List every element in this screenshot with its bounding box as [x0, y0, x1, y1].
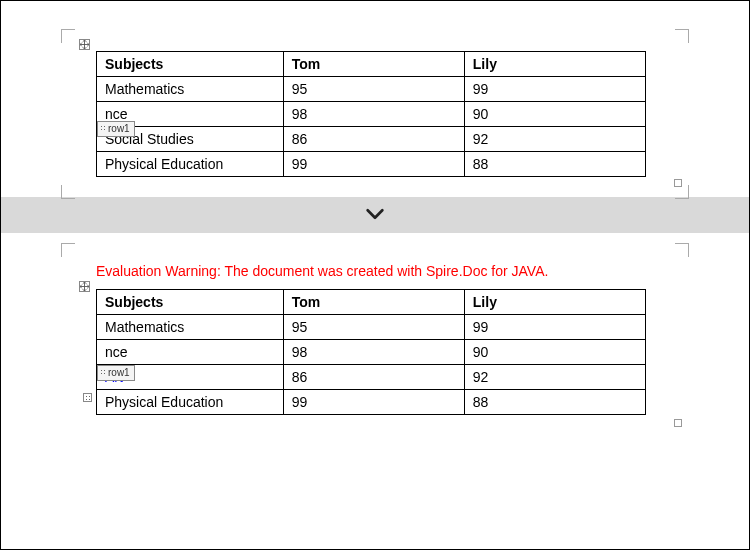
row-bookmark-tag[interactable]: row1	[97, 365, 135, 381]
table-cell[interactable]: 98	[283, 340, 464, 365]
table-cell[interactable]: 86	[283, 127, 464, 152]
table-cell[interactable]: nce	[97, 340, 284, 365]
table-cell[interactable]: 99	[464, 77, 645, 102]
header-tom: Tom	[283, 290, 464, 315]
page-bottom-section: Evaluation Warning: The document was cre…	[1, 233, 749, 435]
table-cell[interactable]: 99	[464, 315, 645, 340]
header-lily: Lily	[464, 290, 645, 315]
table-resize-handle[interactable]	[674, 179, 682, 187]
header-tom: Tom	[283, 52, 464, 77]
table-row[interactable]: Mathematics9599	[97, 77, 646, 102]
page-corner-mark	[675, 185, 689, 199]
table-cell[interactable]: 99	[283, 390, 464, 415]
table-cell[interactable]: 95	[283, 315, 464, 340]
page-corner-mark	[61, 185, 75, 199]
page-corner-mark	[61, 243, 75, 257]
table-cell[interactable]: Physical Education	[97, 390, 284, 415]
chevron-down-icon	[364, 203, 386, 228]
table-row[interactable]: nce9890	[97, 102, 646, 127]
table-cell[interactable]: 88	[464, 152, 645, 177]
table-cell[interactable]: 88	[464, 390, 645, 415]
page-top-section: Subjects Tom Lily Mathematics9599nce9890…	[1, 1, 749, 197]
table-cell[interactable]: 95	[283, 77, 464, 102]
table-cell[interactable]: Physical Education	[97, 152, 284, 177]
header-subjects: Subjects	[97, 290, 284, 315]
page-corner-mark	[675, 29, 689, 43]
table-resize-handle[interactable]	[674, 419, 682, 427]
table-cell[interactable]: Mathematics	[97, 77, 284, 102]
table-cell[interactable]: 90	[464, 340, 645, 365]
table-cell[interactable]: 90	[464, 102, 645, 127]
page-collapse-divider[interactable]	[1, 197, 749, 233]
evaluation-warning-text: Evaluation Warning: The document was cre…	[96, 263, 684, 279]
table-row[interactable]: Mathematics9599	[97, 315, 646, 340]
table-row[interactable]: nce9890	[97, 340, 646, 365]
table-header-row: Subjects Tom Lily	[97, 290, 646, 315]
page-corner-mark	[61, 29, 75, 43]
page-corner-mark	[675, 243, 689, 257]
table-row[interactable]: Social Studies8692	[97, 127, 646, 152]
header-subjects: Subjects	[97, 52, 284, 77]
table-anchor-icon[interactable]	[79, 39, 90, 50]
grades-table-modified[interactable]: Subjects Tom Lily Mathematics9599nce9890…	[96, 289, 646, 415]
table-header-row: Subjects Tom Lily	[97, 52, 646, 77]
table-cell[interactable]: 98	[283, 102, 464, 127]
table-row[interactable]: Physical Education9988	[97, 390, 646, 415]
table-row[interactable]: Physical Education9988	[97, 152, 646, 177]
grades-table-original[interactable]: Subjects Tom Lily Mathematics9599nce9890…	[96, 51, 646, 177]
table-cell[interactable]: 92	[464, 365, 645, 390]
table-anchor-icon[interactable]	[79, 281, 90, 292]
header-lily: Lily	[464, 52, 645, 77]
row-bookmark-tag[interactable]: row1	[97, 121, 135, 137]
row-anchor-handle[interactable]	[83, 393, 92, 402]
table-row[interactable]: Art8692	[97, 365, 646, 390]
table-cell[interactable]: 86	[283, 365, 464, 390]
table-cell[interactable]: 99	[283, 152, 464, 177]
table-cell[interactable]: Mathematics	[97, 315, 284, 340]
table-cell[interactable]: 92	[464, 127, 645, 152]
